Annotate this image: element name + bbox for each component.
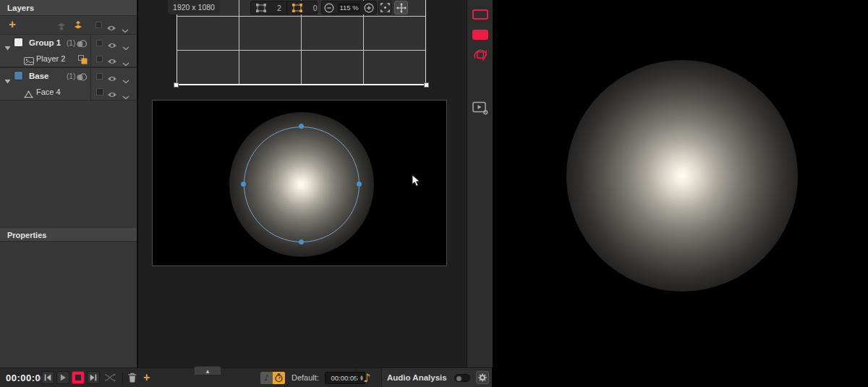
clip-actions: + — [128, 368, 150, 387]
layer-row-controls — [90, 35, 137, 51]
timeline-collapse-tab[interactable]: ▲ — [194, 366, 221, 375]
base-color-swatch[interactable] — [14, 71, 23, 80]
layer-row-controls — [90, 51, 137, 67]
freehand-swirl-icon — [473, 48, 488, 63]
beat-section[interactable]: ♪ — [363, 368, 370, 387]
skip-end-button[interactable] — [87, 371, 100, 384]
move-layer-down-icon[interactable] — [56, 20, 68, 33]
layer-row-base[interactable]: Base (1) — [0, 68, 137, 84]
selection-circle[interactable] — [244, 127, 359, 242]
zoom-out-button[interactable] — [324, 3, 334, 13]
layers-panel: Layers + — [0, 0, 137, 367]
zoom-in-button[interactable] — [364, 3, 374, 13]
drawing-tools-rail — [467, 0, 493, 367]
player-image-icon — [24, 55, 34, 68]
zoom-controls-group: 115 % — [321, 1, 377, 14]
application-window: Layers + — [0, 0, 868, 387]
skip-start-icon — [44, 374, 51, 381]
play-icon — [59, 374, 67, 381]
audio-settings-button[interactable] — [476, 371, 489, 384]
layer-name[interactable]: Group 1 — [29, 38, 61, 47]
selection-handle-top[interactable] — [299, 124, 304, 129]
grid-corner-handle[interactable] — [174, 82, 179, 88]
input-transform-button[interactable]: 0 — [286, 1, 323, 14]
output-transform-button[interactable]: 2 — [251, 1, 286, 14]
layer-row-face-4[interactable]: Face 4 — [0, 84, 137, 100]
output-transform-count: 2 — [277, 4, 281, 12]
properties-panel-title: Properties — [7, 231, 46, 239]
zoom-level-value[interactable]: 115 % — [338, 3, 360, 12]
global-checkbox[interactable] — [95, 22, 102, 28]
blend-mode-icon[interactable] — [76, 72, 88, 85]
composition-canvas[interactable] — [152, 100, 447, 266]
shuffle-icon — [104, 373, 116, 382]
divider — [122, 372, 123, 384]
play-button[interactable] — [56, 371, 69, 384]
layers-panel-header: Layers — [0, 0, 137, 16]
move-layer-up-icon[interactable] — [73, 20, 85, 33]
layer-chevron-down-icon[interactable] — [122, 90, 129, 103]
beat-note-icon: ♪ — [264, 373, 269, 383]
global-chevron-down-icon[interactable] — [122, 23, 129, 36]
fit-view-button[interactable] — [378, 1, 392, 14]
group1-color-swatch[interactable] — [14, 38, 23, 47]
timecode-display: 00:00:00 — [6, 368, 46, 387]
transform-counters-group: 2 0 — [250, 1, 318, 14]
blend-mode-icon[interactable] — [76, 38, 88, 51]
time-mode-button[interactable] — [273, 372, 285, 384]
layer-name[interactable]: Player 2 — [36, 54, 65, 63]
mouse-cursor — [412, 174, 420, 190]
layer-row-group-1[interactable]: Group 1 (1) — [0, 35, 137, 51]
properties-panel-header: Properties — [0, 229, 137, 242]
layers-global-controls — [90, 16, 137, 34]
transport-controls — [41, 368, 102, 387]
grid-corner-handle[interactable] — [424, 82, 429, 88]
selection-handle-left[interactable] — [241, 182, 246, 187]
add-layer-button[interactable]: + — [9, 17, 16, 32]
stop-icon — [75, 375, 81, 380]
layer-checkbox[interactable] — [96, 56, 103, 62]
draw-quad-outline-tool[interactable] — [467, 9, 493, 20]
gear-icon — [478, 373, 487, 382]
transform-handles-icon — [256, 4, 266, 12]
stopwatch-icon — [275, 373, 283, 383]
delete-button[interactable] — [128, 373, 137, 383]
fit-view-icon — [380, 3, 390, 12]
default-duration-cluster: ♪ Default: 00:00:05 ▲ ▼ — [260, 368, 365, 387]
trash-icon — [128, 373, 137, 383]
overlap-squares-icon[interactable] — [78, 54, 88, 67]
skip-start-button[interactable] — [41, 371, 54, 384]
selection-handle-right[interactable] — [357, 182, 362, 187]
global-eye-icon[interactable] — [106, 22, 116, 35]
default-duration-input[interactable]: 00:00:05 ▲ ▼ — [325, 372, 365, 384]
layer-checkbox[interactable] — [96, 88, 103, 95]
add-sequence-button[interactable]: + — [143, 371, 150, 384]
stop-button[interactable] — [72, 371, 85, 384]
shuffle-control[interactable] — [104, 368, 116, 387]
draw-freehand-tool[interactable] — [467, 48, 493, 63]
draw-quad-filled-tool[interactable] — [467, 30, 493, 40]
pan-view-button[interactable] — [394, 1, 408, 14]
layer-checkbox[interactable] — [96, 40, 103, 46]
beat-icon[interactable]: ♪ — [363, 371, 370, 385]
layer-name[interactable]: Base — [29, 72, 49, 80]
layer-eye-icon[interactable] — [107, 88, 117, 101]
quad-outline-icon — [472, 9, 488, 20]
skip-end-icon — [90, 374, 97, 381]
layer-name[interactable]: Face 4 — [36, 88, 61, 96]
player-settings-tool[interactable] — [467, 101, 493, 116]
selection-handle-bottom[interactable] — [299, 239, 304, 244]
default-duration-label: Default: — [292, 373, 319, 382]
layer-checkbox[interactable] — [96, 73, 103, 80]
audio-analysis-toggle[interactable] — [454, 374, 470, 382]
layer-row-controls — [90, 84, 137, 100]
output-gradient-shape — [566, 60, 798, 292]
beat-mode-button[interactable]: ♪ — [260, 372, 273, 384]
layer-row-player-2[interactable]: Player 2 — [0, 51, 137, 67]
audio-analysis-section: Audio Analysis — [381, 368, 492, 387]
editor-viewport[interactable]: 1920 x 1080 2 0 115 % — [138, 0, 467, 367]
quad-filled-icon — [472, 30, 488, 40]
layer-eye-icon[interactable] — [107, 55, 117, 68]
layers-panel-title: Layers — [7, 4, 34, 12]
layer-count: (1) — [67, 39, 75, 47]
